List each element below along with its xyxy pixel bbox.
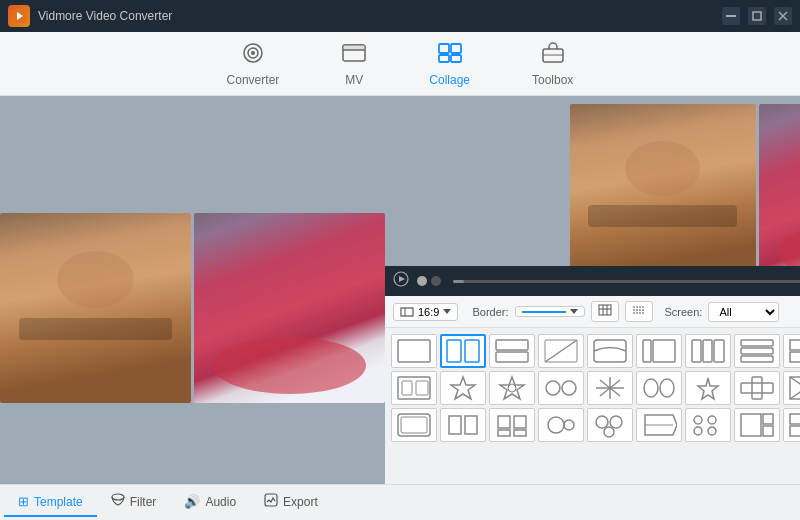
template-cross-b[interactable] (783, 371, 800, 405)
svg-rect-53 (741, 356, 773, 362)
template-ovals[interactable] (636, 371, 682, 405)
template-three-v[interactable] (734, 334, 780, 368)
svg-rect-41 (496, 340, 528, 350)
svg-rect-48 (692, 340, 701, 362)
window-controls (722, 7, 792, 25)
svg-rect-123 (498, 430, 510, 436)
template-wide-right[interactable] (636, 334, 682, 368)
template-diagonal[interactable] (538, 334, 584, 368)
svg-marker-21 (399, 276, 405, 282)
nav-mv[interactable]: MV (325, 35, 383, 93)
template-row-1 (391, 334, 800, 368)
template-sq-b[interactable] (489, 408, 535, 442)
nav-collage[interactable]: Collage (413, 35, 486, 93)
template-three-h[interactable] (685, 334, 731, 368)
tab-export[interactable]: Export (250, 487, 332, 518)
border-color-select[interactable] (515, 306, 585, 317)
nav-toolbox[interactable]: Toolbox (516, 35, 589, 93)
svg-rect-39 (447, 340, 461, 362)
svg-marker-89 (698, 378, 718, 399)
nav-converter[interactable]: Converter (211, 35, 296, 93)
progress-bar[interactable] (453, 280, 800, 283)
template-curve[interactable] (587, 334, 633, 368)
template-star-a[interactable] (440, 371, 486, 405)
svg-rect-77 (416, 381, 428, 395)
svg-rect-45 (594, 340, 626, 362)
svg-rect-49 (703, 340, 712, 362)
tab-filter[interactable]: Filter (97, 487, 171, 518)
template-circ-a[interactable] (538, 408, 584, 442)
tab-audio[interactable]: 🔊 Audio (170, 488, 250, 517)
play-btn[interactable] (393, 271, 409, 291)
template-mix-b[interactable] (783, 408, 800, 442)
svg-point-133 (708, 416, 716, 424)
svg-rect-90 (752, 377, 762, 399)
toolbar-row: 16:9 Border: (385, 296, 800, 328)
svg-point-127 (596, 416, 608, 428)
minimize-btn[interactable] (722, 7, 740, 25)
svg-point-129 (604, 427, 614, 437)
app-logo (8, 5, 30, 27)
border-label: Border: (472, 306, 508, 318)
screen-select[interactable]: All Current (708, 302, 779, 322)
svg-point-128 (610, 416, 622, 428)
svg-marker-25 (443, 309, 451, 314)
template-row-3 (391, 408, 800, 442)
template-four-eq[interactable] (783, 334, 800, 368)
left-preview-frame-1 (0, 213, 191, 403)
template-circles[interactable] (538, 371, 584, 405)
svg-line-44 (545, 340, 577, 362)
template-mix-a[interactable] (734, 408, 780, 442)
svg-rect-138 (763, 426, 773, 436)
svg-rect-136 (741, 414, 761, 436)
app-title: Vidmore Video Converter (38, 9, 722, 23)
template-two-h[interactable] (440, 334, 486, 368)
svg-point-125 (548, 417, 564, 433)
border-pattern-btn[interactable] (625, 301, 653, 322)
right-panel: 00:00:00.00/00:00:44.05 (385, 96, 800, 520)
svg-rect-75 (398, 377, 430, 399)
svg-rect-23 (401, 308, 413, 316)
svg-rect-42 (496, 352, 528, 362)
dot-2 (431, 276, 441, 286)
left-preview-panel: ⊞ Template Filter 🔊 Audio (0, 96, 385, 520)
svg-point-88 (660, 379, 674, 397)
template-row-2 (391, 371, 800, 405)
svg-rect-38 (398, 340, 430, 362)
template-single[interactable] (391, 334, 437, 368)
svg-rect-122 (514, 416, 526, 428)
close-btn[interactable] (774, 7, 792, 25)
restore-btn[interactable] (748, 7, 766, 25)
right-preview: 00:00:00.00/00:00:44.05 (385, 96, 800, 296)
template-snowflake[interactable] (587, 371, 633, 405)
dot-1 (417, 276, 427, 286)
svg-rect-15 (451, 55, 461, 62)
svg-rect-137 (763, 414, 773, 424)
filter-icon (111, 493, 125, 510)
svg-rect-118 (401, 417, 427, 433)
svg-marker-79 (500, 377, 524, 399)
svg-rect-124 (514, 430, 526, 436)
export-section: ➜ Export (385, 484, 800, 520)
template-play-btn[interactable] (636, 408, 682, 442)
template-dots-layout[interactable] (685, 408, 731, 442)
template-icon: ⊞ (18, 494, 29, 509)
template-frame-a[interactable] (391, 371, 437, 405)
tab-template[interactable]: ⊞ Template (4, 488, 97, 517)
border-grid-btn[interactable] (591, 301, 619, 322)
template-circ-b[interactable] (587, 408, 633, 442)
template-cross[interactable] (734, 371, 780, 405)
template-sq-a[interactable] (440, 408, 486, 442)
title-bar: Vidmore Video Converter (0, 0, 800, 32)
svg-point-81 (546, 381, 560, 395)
template-frame-b[interactable] (391, 408, 437, 442)
svg-point-132 (694, 416, 702, 424)
left-preview-frame-2 (194, 213, 385, 403)
ratio-select[interactable]: 16:9 (393, 303, 458, 321)
nav-converter-label: Converter (227, 73, 280, 87)
bottom-controls: 16:9 Border: (385, 296, 800, 520)
nav-bar: Converter MV Collage (0, 32, 800, 96)
template-two-v[interactable] (489, 334, 535, 368)
template-star-b[interactable] (489, 371, 535, 405)
template-star-c[interactable] (685, 371, 731, 405)
